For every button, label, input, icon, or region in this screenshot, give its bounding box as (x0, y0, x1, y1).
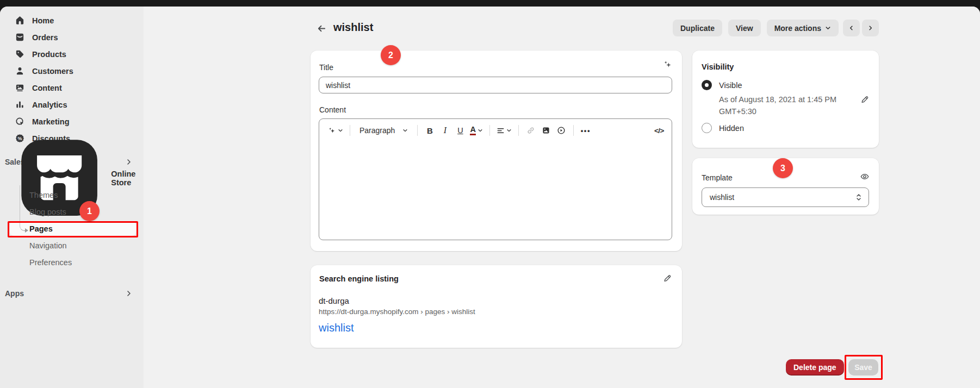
target-cursor-icon (15, 116, 25, 127)
chevron-right-icon (125, 290, 133, 297)
radio-selected-icon[interactable] (702, 80, 712, 90)
content-field-label: Content (319, 105, 346, 114)
eye-icon[interactable] (860, 172, 870, 182)
template-select[interactable]: wishlist (702, 187, 869, 207)
bold-button[interactable]: B (423, 123, 437, 138)
hidden-label: Hidden (719, 124, 744, 133)
visible-label: Visible (719, 81, 742, 90)
link-icon (526, 126, 535, 135)
select-chevrons-icon (855, 193, 862, 201)
title-field-label: Title (319, 63, 333, 72)
sidebar-item-preferences[interactable]: Preferences (0, 254, 144, 271)
orders-icon (15, 32, 25, 42)
visibility-heading: Visibility (702, 62, 734, 71)
sidebar-item-themes[interactable]: Themes (0, 186, 144, 203)
prev-page-button[interactable] (843, 20, 860, 36)
sidebar: Home Orders Products Customers Content A… (0, 7, 144, 388)
chevron-right-icon (867, 25, 873, 31)
chevron-down-icon (477, 128, 483, 133)
italic-button[interactable]: I (438, 123, 452, 138)
sidebar-item-orders[interactable]: Orders (0, 29, 144, 46)
sidebar-nav: Home Orders Products Customers Content A… (0, 12, 144, 147)
sidebar-item-label: Themes (29, 191, 58, 199)
sidebar-item-analytics[interactable]: Analytics (0, 96, 144, 113)
editor-content-area[interactable] (319, 142, 672, 240)
seo-site-name: dt-durga (319, 296, 349, 305)
view-label: View (736, 24, 753, 33)
paragraph-style-dropdown[interactable]: Paragraph (355, 123, 412, 138)
seo-card: Search engine listing dt-durga https://d… (311, 265, 682, 348)
align-left-icon (497, 127, 505, 135)
sidebar-item-label: Products (32, 50, 66, 59)
page-title: wishlist (333, 21, 373, 34)
visible-radio-option[interactable]: Visible (702, 80, 742, 90)
selected-pill (10, 221, 136, 236)
sidebar-item-customers[interactable]: Customers (0, 62, 144, 79)
show-html-button[interactable]: </> (652, 123, 666, 138)
sidebar-section-apps[interactable]: Apps (0, 286, 144, 301)
more-actions-button[interactable]: More actions (767, 20, 839, 36)
more-tools-button[interactable]: ••• (579, 123, 593, 138)
bar-chart-icon (15, 99, 25, 110)
header-actions: Duplicate View More actions (673, 20, 879, 36)
template-value: wishlist (710, 193, 734, 202)
app-frame: Home Orders Products Customers Content A… (0, 7, 980, 388)
save-button[interactable]: Save (848, 359, 878, 376)
sidebar-item-content[interactable]: Content (0, 79, 144, 96)
underline-button[interactable]: U (453, 123, 467, 138)
paragraph-label: Paragraph (359, 126, 395, 135)
play-circle-icon (557, 126, 566, 135)
sidebar-item-label: Analytics (32, 101, 67, 109)
chevron-right-icon (125, 158, 133, 166)
visible-date-note: As of August 18, 2021 at 1:45 PM GMT+5:3… (719, 93, 840, 117)
sidebar-item-online-store[interactable]: Online Store (0, 170, 144, 186)
title-content-card: Title Content Paragraph B (311, 51, 682, 251)
home-icon (15, 15, 25, 26)
insert-video-button[interactable] (554, 123, 568, 138)
visibility-card: Visibility Visible As of August 18, 2021… (692, 51, 879, 148)
view-button[interactable]: View (728, 20, 761, 36)
next-page-button[interactable] (862, 20, 879, 36)
title-input[interactable] (319, 77, 672, 93)
insert-image-button[interactable] (539, 123, 553, 138)
annotation-badge-3: 3 (773, 158, 793, 178)
alignment-button[interactable] (495, 123, 513, 138)
sidebar-item-navigation[interactable]: Navigation (0, 237, 144, 254)
editor-toolbar: Paragraph B I U A (319, 119, 672, 142)
toolbar-divider (573, 125, 574, 136)
sidebar-item-label: Online Store (111, 170, 144, 187)
delete-page-button[interactable]: Delete page (786, 359, 844, 376)
page-header: wishlist Duplicate View More actions (144, 20, 980, 37)
top-black-bar (0, 0, 980, 7)
chevron-down-icon (825, 25, 831, 31)
toolbar-divider (489, 125, 490, 136)
toolbar-divider (417, 125, 418, 136)
duplicate-button[interactable]: Duplicate (673, 20, 722, 36)
chevron-down-icon (506, 128, 512, 133)
back-button[interactable] (314, 21, 329, 36)
duplicate-label: Duplicate (680, 24, 715, 33)
more-actions-label: More actions (774, 24, 821, 33)
rich-text-editor[interactable]: Paragraph B I U A (319, 118, 672, 240)
radio-unselected-icon[interactable] (702, 123, 712, 133)
apps-label: Apps (5, 289, 24, 298)
sidebar-item-home[interactable]: Home (0, 12, 144, 29)
magic-sparkle-icon[interactable] (662, 59, 673, 70)
edit-pencil-icon[interactable] (860, 95, 870, 104)
edit-pencil-icon[interactable] (663, 274, 672, 283)
seo-page-link[interactable]: wishlist (319, 322, 353, 334)
sidebar-item-label: Pages (29, 224, 53, 233)
sidebar-item-products[interactable]: Products (0, 46, 144, 62)
tag-icon (15, 49, 25, 59)
sidebar-item-blog-posts[interactable]: Blog posts (0, 203, 144, 220)
insert-link-button[interactable] (524, 123, 538, 138)
chevron-down-icon (338, 128, 343, 133)
hidden-radio-option[interactable]: Hidden (702, 123, 744, 133)
seo-url: https://dt-durga.myshopify.com › pages ›… (319, 308, 475, 316)
sidebar-item-marketing[interactable]: Marketing (0, 113, 144, 130)
magic-ai-button[interactable] (326, 123, 345, 138)
text-color-button[interactable]: A (468, 123, 484, 138)
toolbar-divider (350, 125, 350, 136)
sidebar-item-pages[interactable]: Pages (0, 220, 144, 237)
annotation-badge-2: 2 (381, 45, 401, 65)
